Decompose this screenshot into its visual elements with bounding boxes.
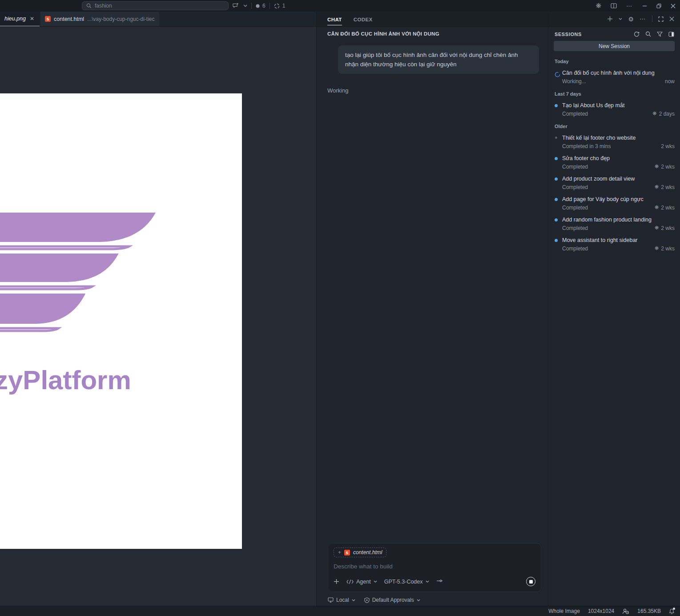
refresh-icon[interactable] (634, 31, 640, 37)
session-status-icon (555, 102, 562, 117)
session-status-icon (555, 155, 562, 170)
session-status-text: Completed (562, 164, 588, 170)
session-status-text: Completed (562, 205, 588, 211)
editor-group: hieu.png ✕ 5 content.html ...\vay-body-c… (0, 12, 316, 606)
chevron-down-icon (352, 599, 355, 601)
dot-counter[interactable]: 6 (256, 3, 266, 9)
approvals-selector[interactable]: Default Approvals (364, 597, 420, 603)
spinner-icon (555, 72, 560, 77)
tab-chat[interactable]: CHAT (327, 13, 342, 25)
session-item[interactable]: Add product zoom detail view Completed ❋… (555, 176, 675, 190)
session-title: Add page for Váy body cúp ngực (562, 196, 675, 202)
stop-icon (529, 580, 533, 584)
session-time: 2 wks (661, 225, 675, 231)
notifications-bell[interactable] (669, 608, 675, 614)
agent-mode-selector[interactable]: Agent (346, 579, 377, 585)
chevron-down-icon[interactable] (243, 4, 247, 7)
working-status: Working (327, 87, 548, 94)
tab-content-html[interactable]: 5 content.html ...\vay-body-cup-nguc-di-… (40, 12, 159, 26)
more-icon[interactable]: ⋯ (640, 16, 646, 22)
editor-tabstrip: hieu.png ✕ 5 content.html ...\vay-body-c… (0, 12, 316, 27)
ring-counter[interactable]: 1 (274, 3, 286, 9)
chat-panel: CHAT CODEX CÂN ĐỐI BỐ CỤC HÌNH ẢNH VỚI N… (316, 12, 548, 606)
chevron-down-icon (426, 580, 429, 583)
image-preview-canvas[interactable]: zyPlatform (0, 93, 242, 549)
add-attachment-button[interactable] (334, 579, 339, 584)
copilot-chat-icon[interactable] (232, 3, 239, 9)
brand-logo-e (0, 213, 173, 373)
session-item[interactable]: Move assistant to right sidebar Complete… (555, 237, 675, 252)
session-item[interactable]: Cân đối bố cục hình ảnh với nội dung Wor… (555, 70, 675, 85)
divider (251, 3, 252, 9)
monitor-icon (328, 597, 334, 603)
tab-codex[interactable]: CODEX (354, 13, 373, 25)
image-editor[interactable]: zyPlatform (0, 27, 316, 606)
environment-selector[interactable]: Local (328, 597, 355, 603)
session-time: 2 days (659, 111, 675, 117)
stop-button[interactable] (526, 577, 535, 586)
close-icon[interactable] (671, 4, 676, 8)
expand-icon[interactable] (658, 16, 664, 22)
tab-label: content.html (54, 16, 84, 22)
filter-icon[interactable] (657, 32, 663, 37)
chevron-down-icon[interactable] (619, 18, 622, 20)
dot-icon (555, 198, 558, 201)
command-center-search[interactable] (82, 1, 229, 10)
html5-icon: 5 (45, 16, 51, 22)
panel-toggle-icon[interactable] (668, 32, 674, 37)
session-status-icon (555, 135, 562, 149)
settings-sliders-button[interactable] (436, 579, 443, 584)
user-message-bubble: tạo lại giúp tôi bố cục hình ảnh cân đối… (338, 45, 539, 74)
chat-input-box[interactable]: + 5 content.html Agent GPT-5.3-Code (328, 543, 541, 592)
session-time: now (665, 78, 675, 85)
new-session-button[interactable]: New Session (554, 41, 675, 51)
notification-badge (673, 608, 675, 610)
search-input[interactable] (95, 3, 224, 9)
session-group-label: Last 7 days (555, 91, 675, 97)
environment-label: Local (336, 597, 349, 603)
session-time: 2 wks (661, 246, 675, 252)
statusbar-scope[interactable]: Whole Image (548, 608, 580, 614)
chat-controls-row: Agent GPT-5.3-Codex (334, 577, 535, 586)
tab-close-icon[interactable]: ✕ (29, 15, 35, 23)
dot-icon (555, 218, 558, 221)
new-chat-button[interactable] (607, 16, 613, 22)
session-time: 2 wks (661, 205, 675, 211)
session-group-label: Older (555, 124, 675, 129)
session-title: Thiết kế lại footer cho website (562, 135, 675, 141)
gear-icon[interactable]: ⚙ (628, 16, 634, 23)
statusbar-filesize[interactable]: 165.35KB (637, 608, 661, 614)
session-title: Sửa footer cho đẹp (562, 155, 675, 161)
accounts-icon[interactable] (622, 608, 629, 614)
session-item[interactable]: Sửa footer cho đẹp Completed ❋ 2 wks (555, 155, 675, 170)
restore-icon[interactable] (656, 4, 661, 8)
sessions-list: Today Cân đối bố cục hình ảnh với nội du… (548, 51, 680, 252)
more-icon[interactable]: ⋯ (626, 3, 633, 9)
chat-session-title: CÂN ĐỐI BỐ CỤC HÌNH ẢNH VỚI NỘI DUNG (327, 31, 540, 36)
session-item[interactable]: Tạo lại About Us đẹp mắt Completed ❋ 2 d… (555, 102, 675, 117)
dot-icon (555, 104, 558, 107)
session-item[interactable]: Add random fashion product landing Compl… (555, 217, 675, 231)
session-group-label: Today (555, 59, 675, 64)
attached-file-chip[interactable]: + 5 content.html (334, 548, 386, 557)
layout-panel-icon[interactable] (611, 3, 617, 8)
search-icon[interactable] (645, 31, 651, 37)
statusbar-dimensions[interactable]: 1024x1024 (588, 608, 614, 614)
sliders-icon (436, 579, 443, 584)
session-status-text: Completed in 3 mins (562, 143, 611, 149)
session-item[interactable]: Add page for Váy body cúp ngực Completed… (555, 196, 675, 211)
openai-logo-icon: ❋ (655, 225, 659, 231)
window-controls: ❋ ⋯ (596, 0, 676, 12)
agent-label: Agent (356, 579, 371, 585)
model-selector[interactable]: GPT-5.3-Codex (384, 579, 429, 585)
chevron-down-icon (417, 599, 420, 601)
dot-icon (555, 177, 558, 181)
session-status-icon (555, 217, 562, 231)
tab-image-preview[interactable]: hieu.png ✕ (0, 12, 40, 26)
session-title: Add random fashion product landing (562, 217, 675, 223)
search-icon (86, 3, 92, 8)
minimize-icon[interactable] (642, 4, 647, 8)
close-icon[interactable] (669, 16, 674, 21)
session-item[interactable]: Thiết kế lại footer cho website Complete… (555, 135, 675, 149)
chat-input[interactable] (334, 563, 535, 570)
